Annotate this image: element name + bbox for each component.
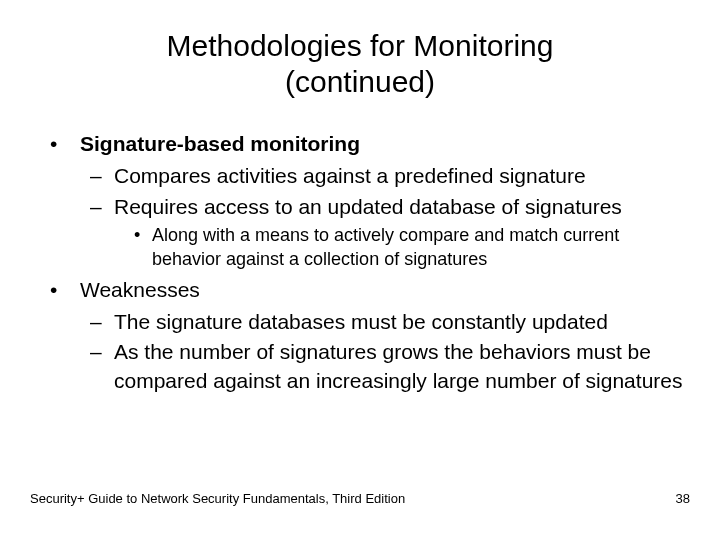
title-line-1: Methodologies for Monitoring xyxy=(167,29,554,62)
bullet-text: Requires access to an updated database o… xyxy=(114,195,622,218)
bullet-text: Compares activities against a predefined… xyxy=(114,164,586,187)
bullet-level2: –Requires access to an updated database … xyxy=(90,193,690,221)
bullet-dot-icon: • xyxy=(134,223,152,247)
bullet-dash-icon: – xyxy=(90,162,114,190)
bullet-text: The signature databases must be constant… xyxy=(114,310,608,333)
bullet-dash-icon: – xyxy=(90,338,114,366)
slide-body: •Signature-based monitoring –Compares ac… xyxy=(30,130,690,395)
bullet-dot-icon: • xyxy=(50,276,80,304)
slide-footer: Security+ Guide to Network Security Fund… xyxy=(30,491,690,506)
bullet-level1: •Weaknesses xyxy=(50,276,690,304)
bullet-text: Weaknesses xyxy=(80,278,200,301)
bullet-level2: –Compares activities against a predefine… xyxy=(90,162,690,190)
bullet-level2: –The signature databases must be constan… xyxy=(90,308,690,336)
bullet-text: As the number of signatures grows the be… xyxy=(114,340,683,391)
bullet-dash-icon: – xyxy=(90,308,114,336)
bullet-text: Along with a means to actively compare a… xyxy=(152,225,619,269)
slide-title: Methodologies for Monitoring (continued) xyxy=(30,28,690,100)
title-line-2: (continued) xyxy=(285,65,435,98)
bullet-text: Signature-based monitoring xyxy=(80,132,360,155)
page-number: 38 xyxy=(676,491,690,506)
footer-text: Security+ Guide to Network Security Fund… xyxy=(30,491,405,506)
bullet-level1: •Signature-based monitoring xyxy=(50,130,690,158)
bullet-level3: •Along with a means to actively compare … xyxy=(134,223,690,272)
bullet-dot-icon: • xyxy=(50,130,80,158)
bullet-level2: –As the number of signatures grows the b… xyxy=(90,338,690,395)
bullet-dash-icon: – xyxy=(90,193,114,221)
